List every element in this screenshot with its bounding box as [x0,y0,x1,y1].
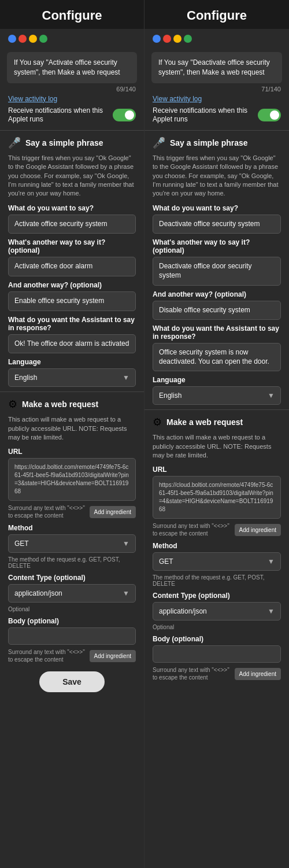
left-alt-phrase2-label: And another way? (optional) [8,281,136,289]
right-toggle[interactable] [258,109,281,121]
left-add-ingredient-btn[interactable]: Add ingredient [90,506,136,518]
right-content-type-label: Content Type (optional) [153,592,281,600]
right-trigger-title: Say a simple phrase [170,138,248,147]
left-method-chevron: ▼ [123,540,129,548]
left-language-chevron: ▼ [123,374,129,382]
right-method-select[interactable]: GET ▼ [153,552,281,571]
left-alt-phrase2-input[interactable]: Enable office security system [8,291,136,311]
right-alt-phrase-label: What's another way to say it? (optional) [153,238,281,254]
left-toggle[interactable] [113,109,136,121]
right-trigger-header: 🎤 Say a simple phrase [153,136,281,149]
left-alt-phrase-label: What's another way to say it? (optional) [8,238,136,254]
right-divider1 [144,130,289,131]
left-divider2 [0,391,144,392]
left-language-value: English [14,374,37,382]
left-notif-row: Receive notifications when this Applet r… [8,106,136,124]
right-action-desc: This action will make a web request to a… [153,433,281,460]
left-view-log[interactable]: View activity log [8,95,136,103]
left-action-header: ⚙ Make a web request [8,398,136,411]
right-view-log[interactable]: View activity log [153,95,281,103]
right-method-chevron: ▼ [268,557,275,566]
right-body-input[interactable] [153,645,281,663]
right-description: If You say "Deactivate office security s… [151,52,282,83]
right-google-logo [144,29,289,47]
left-body-ingredient-row: Surround any text with "<<>>" to escape … [8,648,136,663]
right-language-value: English [159,391,181,400]
left-url-input[interactable]: https://cloud.boltiot.com/remote/4749fe7… [8,458,136,501]
right-trigger-icon: 🎤 [153,136,165,149]
left-method-select[interactable]: GET ▼ [8,534,136,553]
right-trigger-desc: This trigger fires when you say "Ok Goog… [153,154,281,198]
right-add-ingredient-btn[interactable]: Add ingredient [235,524,281,536]
left-add-ingredient-row: Surround any text with "<<>>" to escape … [8,504,136,519]
dot-red [18,35,27,43]
right-add-ingredient-row: Surround any text with "<<>>" to escape … [153,522,281,537]
right-alt-phrase2-input[interactable]: Disable office security system [153,301,281,320]
right-panel: Configure If You say "Deactivate office … [144,0,289,868]
right-body-ingredient-row: Surround any text with "<<>>" to escape … [153,666,281,681]
right-action-icon: ⚙ [153,416,162,429]
right-content-type-chevron: ▼ [268,607,275,615]
right-method-value: GET [159,557,173,566]
right-optional-note: Optional [153,624,281,630]
right-method-label: Method [153,542,281,550]
left-alt-phrase-input[interactable]: Activate office door alarm [8,257,136,276]
right-body-ingredient-hint: Surround any text with "<<>>" to escape … [153,666,235,681]
right-dot-blue [153,35,161,43]
left-body-label: Body (optional) [8,617,136,625]
left-add-ingredient-hint: Surround any text with "<<>>" to escape … [8,504,90,519]
left-description: If You say "Activate office security sys… [7,52,137,83]
left-google-logo [0,29,144,47]
dot-blue [8,35,16,43]
left-body-ingredient-btn[interactable]: Add ingredient [90,650,136,662]
right-response-label: What do you want the Assistant to say in… [153,324,281,341]
left-phrase-input[interactable]: Activate office security system [8,215,136,234]
dot-yellow [29,35,37,43]
right-dot-red [163,35,171,43]
left-method-note: The method of the request e.g. GET, POST… [8,556,136,569]
right-dot-green [184,35,192,43]
right-phrase-input[interactable]: Deactivate office security system [153,215,281,234]
right-url-input[interactable]: https://cloud.boltiot.com/remote/4749fe7… [153,476,281,519]
left-content-type-label: Content Type (optional) [8,574,136,582]
left-body-ingredient-hint: Surround any text with "<<>>" to escape … [8,648,90,663]
right-language-select[interactable]: English ▼ [153,386,281,405]
left-content-type-select[interactable]: application/json ▼ [8,584,136,603]
right-notif-label: Receive notifications when this Applet r… [153,106,258,124]
right-phrase-label: What do you want to say? [153,204,281,212]
right-content-type-value: application/json [159,607,207,615]
left-content-type-chevron: ▼ [123,589,129,597]
left-panel: Configure If You say "Activate office se… [0,0,144,868]
right-alt-phrase-input[interactable]: Deactivate office door security system [153,257,281,285]
right-response-input[interactable]: Office security system is now deactivate… [153,343,281,371]
dot-green [39,35,47,43]
right-notif-row: Receive notifications when this Applet r… [153,106,281,124]
left-language-select[interactable]: English ▼ [8,368,136,387]
left-phrase-label: What do you want to say? [8,204,136,212]
left-save-button[interactable]: Save [39,671,105,692]
left-body-input[interactable] [8,627,136,645]
left-notif-label: Receive notifications when this Applet r… [8,106,113,124]
left-trigger-desc: This trigger fires when you say "Ok Goog… [8,154,136,198]
left-char-count: 69/140 [8,86,136,93]
right-language-chevron: ▼ [268,391,275,400]
left-url-label: URL [8,448,136,456]
right-action-title: Make a web request [166,418,243,427]
right-url-label: URL [153,466,281,474]
right-method-note: The method of the request e.g. GET, POST… [153,574,281,587]
main-container: Configure If You say "Activate office se… [0,0,289,868]
right-divider2 [144,409,289,410]
left-content-type-value: application/json [14,589,62,597]
right-add-ingredient-hint: Surround any text with "<<>>" to escape … [153,522,235,537]
right-content-type-select[interactable]: application/json ▼ [153,602,281,620]
right-action-header: ⚙ Make a web request [153,416,281,429]
left-action-icon: ⚙ [8,398,17,411]
left-language-label: Language [8,358,136,366]
left-response-label: What do you want the Assistant to say in… [8,316,136,332]
right-body-ingredient-btn[interactable]: Add ingredient [235,668,281,680]
left-response-input[interactable]: Ok! The office door alarm is activated [8,334,136,354]
left-method-value: GET [14,540,29,548]
right-language-label: Language [153,376,281,384]
right-char-count: 71/140 [153,86,281,93]
right-dot-yellow [173,35,181,43]
